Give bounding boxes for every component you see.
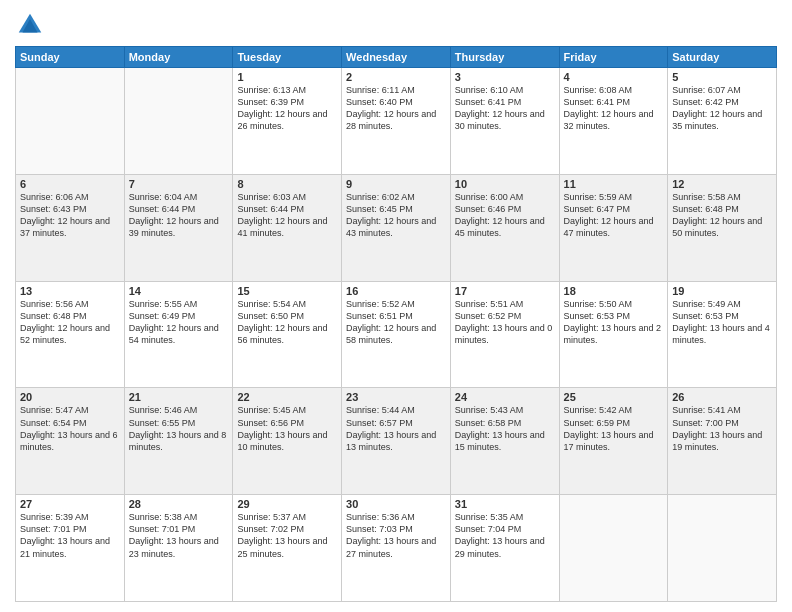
day-number: 8 — [237, 178, 337, 190]
day-cell: 27Sunrise: 5:39 AM Sunset: 7:01 PM Dayli… — [16, 495, 125, 602]
day-info: Sunrise: 5:46 AM Sunset: 6:55 PM Dayligh… — [129, 404, 229, 453]
day-cell: 6Sunrise: 6:06 AM Sunset: 6:43 PM Daylig… — [16, 174, 125, 281]
day-info: Sunrise: 5:56 AM Sunset: 6:48 PM Dayligh… — [20, 298, 120, 347]
day-info: Sunrise: 5:51 AM Sunset: 6:52 PM Dayligh… — [455, 298, 555, 347]
day-info: Sunrise: 5:43 AM Sunset: 6:58 PM Dayligh… — [455, 404, 555, 453]
page: Sunday Monday Tuesday Wednesday Thursday… — [0, 0, 792, 612]
day-cell: 9Sunrise: 6:02 AM Sunset: 6:45 PM Daylig… — [342, 174, 451, 281]
logo — [15, 10, 49, 40]
day-number: 31 — [455, 498, 555, 510]
day-cell: 12Sunrise: 5:58 AM Sunset: 6:48 PM Dayli… — [668, 174, 777, 281]
day-number: 19 — [672, 285, 772, 297]
day-info: Sunrise: 5:37 AM Sunset: 7:02 PM Dayligh… — [237, 511, 337, 560]
day-cell: 19Sunrise: 5:49 AM Sunset: 6:53 PM Dayli… — [668, 281, 777, 388]
day-info: Sunrise: 6:02 AM Sunset: 6:45 PM Dayligh… — [346, 191, 446, 240]
day-info: Sunrise: 6:11 AM Sunset: 6:40 PM Dayligh… — [346, 84, 446, 133]
day-info: Sunrise: 5:36 AM Sunset: 7:03 PM Dayligh… — [346, 511, 446, 560]
day-number: 22 — [237, 391, 337, 403]
day-cell: 29Sunrise: 5:37 AM Sunset: 7:02 PM Dayli… — [233, 495, 342, 602]
day-cell — [559, 495, 668, 602]
day-info: Sunrise: 5:41 AM Sunset: 7:00 PM Dayligh… — [672, 404, 772, 453]
day-number: 1 — [237, 71, 337, 83]
col-friday: Friday — [559, 47, 668, 68]
week-row-1: 1Sunrise: 6:13 AM Sunset: 6:39 PM Daylig… — [16, 68, 777, 175]
day-number: 13 — [20, 285, 120, 297]
day-number: 16 — [346, 285, 446, 297]
day-info: Sunrise: 6:08 AM Sunset: 6:41 PM Dayligh… — [564, 84, 664, 133]
day-number: 12 — [672, 178, 772, 190]
day-info: Sunrise: 5:35 AM Sunset: 7:04 PM Dayligh… — [455, 511, 555, 560]
day-info: Sunrise: 5:38 AM Sunset: 7:01 PM Dayligh… — [129, 511, 229, 560]
day-cell — [16, 68, 125, 175]
calendar: Sunday Monday Tuesday Wednesday Thursday… — [15, 46, 777, 602]
day-number: 15 — [237, 285, 337, 297]
day-info: Sunrise: 6:10 AM Sunset: 6:41 PM Dayligh… — [455, 84, 555, 133]
day-info: Sunrise: 5:55 AM Sunset: 6:49 PM Dayligh… — [129, 298, 229, 347]
day-number: 27 — [20, 498, 120, 510]
day-number: 18 — [564, 285, 664, 297]
day-cell: 8Sunrise: 6:03 AM Sunset: 6:44 PM Daylig… — [233, 174, 342, 281]
day-cell: 31Sunrise: 5:35 AM Sunset: 7:04 PM Dayli… — [450, 495, 559, 602]
day-info: Sunrise: 5:50 AM Sunset: 6:53 PM Dayligh… — [564, 298, 664, 347]
day-cell: 5Sunrise: 6:07 AM Sunset: 6:42 PM Daylig… — [668, 68, 777, 175]
week-row-2: 6Sunrise: 6:06 AM Sunset: 6:43 PM Daylig… — [16, 174, 777, 281]
day-info: Sunrise: 5:45 AM Sunset: 6:56 PM Dayligh… — [237, 404, 337, 453]
day-cell: 17Sunrise: 5:51 AM Sunset: 6:52 PM Dayli… — [450, 281, 559, 388]
day-cell: 16Sunrise: 5:52 AM Sunset: 6:51 PM Dayli… — [342, 281, 451, 388]
day-number: 30 — [346, 498, 446, 510]
col-sunday: Sunday — [16, 47, 125, 68]
day-number: 14 — [129, 285, 229, 297]
day-cell: 20Sunrise: 5:47 AM Sunset: 6:54 PM Dayli… — [16, 388, 125, 495]
day-info: Sunrise: 5:47 AM Sunset: 6:54 PM Dayligh… — [20, 404, 120, 453]
day-cell: 15Sunrise: 5:54 AM Sunset: 6:50 PM Dayli… — [233, 281, 342, 388]
logo-icon — [15, 10, 45, 40]
day-info: Sunrise: 6:06 AM Sunset: 6:43 PM Dayligh… — [20, 191, 120, 240]
day-number: 7 — [129, 178, 229, 190]
day-cell: 10Sunrise: 6:00 AM Sunset: 6:46 PM Dayli… — [450, 174, 559, 281]
day-cell: 23Sunrise: 5:44 AM Sunset: 6:57 PM Dayli… — [342, 388, 451, 495]
day-cell: 14Sunrise: 5:55 AM Sunset: 6:49 PM Dayli… — [124, 281, 233, 388]
day-cell: 28Sunrise: 5:38 AM Sunset: 7:01 PM Dayli… — [124, 495, 233, 602]
day-info: Sunrise: 5:39 AM Sunset: 7:01 PM Dayligh… — [20, 511, 120, 560]
day-cell — [668, 495, 777, 602]
day-number: 29 — [237, 498, 337, 510]
day-cell: 26Sunrise: 5:41 AM Sunset: 7:00 PM Dayli… — [668, 388, 777, 495]
day-number: 23 — [346, 391, 446, 403]
day-info: Sunrise: 6:13 AM Sunset: 6:39 PM Dayligh… — [237, 84, 337, 133]
day-number: 6 — [20, 178, 120, 190]
day-number: 10 — [455, 178, 555, 190]
day-cell: 30Sunrise: 5:36 AM Sunset: 7:03 PM Dayli… — [342, 495, 451, 602]
day-info: Sunrise: 5:58 AM Sunset: 6:48 PM Dayligh… — [672, 191, 772, 240]
day-cell: 11Sunrise: 5:59 AM Sunset: 6:47 PM Dayli… — [559, 174, 668, 281]
day-cell — [124, 68, 233, 175]
day-info: Sunrise: 5:59 AM Sunset: 6:47 PM Dayligh… — [564, 191, 664, 240]
day-info: Sunrise: 5:52 AM Sunset: 6:51 PM Dayligh… — [346, 298, 446, 347]
col-thursday: Thursday — [450, 47, 559, 68]
day-cell: 22Sunrise: 5:45 AM Sunset: 6:56 PM Dayli… — [233, 388, 342, 495]
day-cell: 4Sunrise: 6:08 AM Sunset: 6:41 PM Daylig… — [559, 68, 668, 175]
day-cell: 7Sunrise: 6:04 AM Sunset: 6:44 PM Daylig… — [124, 174, 233, 281]
header-row: Sunday Monday Tuesday Wednesday Thursday… — [16, 47, 777, 68]
day-info: Sunrise: 5:49 AM Sunset: 6:53 PM Dayligh… — [672, 298, 772, 347]
week-row-3: 13Sunrise: 5:56 AM Sunset: 6:48 PM Dayli… — [16, 281, 777, 388]
day-cell: 18Sunrise: 5:50 AM Sunset: 6:53 PM Dayli… — [559, 281, 668, 388]
day-cell: 21Sunrise: 5:46 AM Sunset: 6:55 PM Dayli… — [124, 388, 233, 495]
col-wednesday: Wednesday — [342, 47, 451, 68]
day-number: 26 — [672, 391, 772, 403]
day-info: Sunrise: 5:54 AM Sunset: 6:50 PM Dayligh… — [237, 298, 337, 347]
day-number: 2 — [346, 71, 446, 83]
day-number: 9 — [346, 178, 446, 190]
week-row-5: 27Sunrise: 5:39 AM Sunset: 7:01 PM Dayli… — [16, 495, 777, 602]
day-number: 25 — [564, 391, 664, 403]
day-info: Sunrise: 6:00 AM Sunset: 6:46 PM Dayligh… — [455, 191, 555, 240]
day-info: Sunrise: 6:03 AM Sunset: 6:44 PM Dayligh… — [237, 191, 337, 240]
col-monday: Monday — [124, 47, 233, 68]
day-info: Sunrise: 5:42 AM Sunset: 6:59 PM Dayligh… — [564, 404, 664, 453]
header — [15, 10, 777, 40]
day-cell: 3Sunrise: 6:10 AM Sunset: 6:41 PM Daylig… — [450, 68, 559, 175]
day-number: 17 — [455, 285, 555, 297]
day-cell: 13Sunrise: 5:56 AM Sunset: 6:48 PM Dayli… — [16, 281, 125, 388]
day-number: 28 — [129, 498, 229, 510]
day-number: 3 — [455, 71, 555, 83]
col-tuesday: Tuesday — [233, 47, 342, 68]
